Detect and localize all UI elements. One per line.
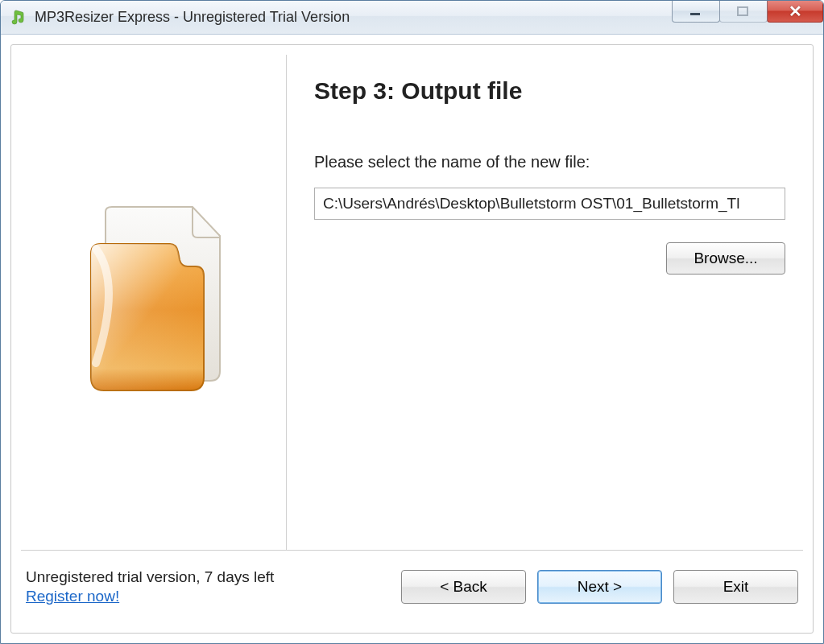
left-pane bbox=[21, 55, 287, 550]
maximize-icon bbox=[736, 6, 751, 17]
close-button[interactable]: ✕ bbox=[767, 0, 823, 23]
close-icon: ✕ bbox=[789, 2, 802, 21]
instruction-text: Please select the name of the new file: bbox=[314, 153, 785, 171]
content-frame: Step 3: Output file Please select the na… bbox=[10, 44, 814, 634]
main-area: Step 3: Output file Please select the na… bbox=[21, 55, 803, 551]
right-pane: Step 3: Output file Please select the na… bbox=[287, 55, 803, 550]
footer-buttons: < Back Next > Exit bbox=[401, 570, 798, 604]
minimize-icon bbox=[689, 6, 703, 17]
folder-icon bbox=[73, 202, 234, 403]
app-icon bbox=[9, 9, 27, 27]
svg-rect-1 bbox=[738, 7, 747, 15]
window-controls: ✕ bbox=[673, 0, 823, 23]
content-outer: Step 3: Output file Please select the na… bbox=[1, 35, 823, 643]
maximize-button[interactable] bbox=[719, 0, 768, 23]
next-button[interactable]: Next > bbox=[537, 570, 662, 604]
svg-rect-0 bbox=[690, 13, 700, 15]
minimize-button[interactable] bbox=[672, 0, 720, 23]
titlebar[interactable]: MP3Resizer Express - Unregistered Trial … bbox=[1, 1, 823, 35]
register-link[interactable]: Register now! bbox=[26, 588, 119, 605]
back-button[interactable]: < Back bbox=[401, 570, 526, 604]
browse-button[interactable]: Browse... bbox=[666, 242, 785, 275]
trial-status-text: Unregistered trial version, 7 days left bbox=[26, 568, 401, 586]
step-heading: Step 3: Output file bbox=[314, 77, 785, 105]
footer: Unregistered trial version, 7 days left … bbox=[21, 551, 803, 623]
trial-info: Unregistered trial version, 7 days left … bbox=[26, 568, 401, 605]
output-path-input[interactable] bbox=[314, 188, 785, 220]
app-window: MP3Resizer Express - Unregistered Trial … bbox=[0, 0, 824, 644]
exit-button[interactable]: Exit bbox=[673, 570, 798, 604]
